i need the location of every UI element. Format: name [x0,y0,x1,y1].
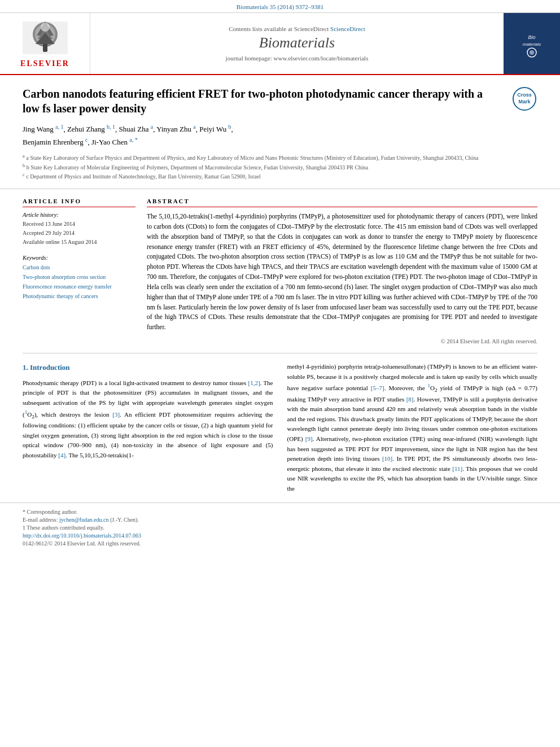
doi-line: http://dx.doi.org/10.1016/j.biomaterials… [23,532,537,539]
authors-line: Jing Wang a, 1, Zehui Zhang b, 1, Shuai … [23,123,537,148]
keyword-4: Photodynamic therapy of cancers [23,291,135,301]
svg-text:materials: materials [523,42,541,47]
elsevier-branding: ELSEVIER [20,19,71,68]
affiliations: a a State Key Laboratory of Surface Phys… [23,153,537,181]
history-label: Article history: [23,212,135,218]
issn-line: 0142-9612/© 2014 Elsevier Ltd. All right… [23,540,537,547]
keywords-list: Carbon dots Two-photon absorption cross … [23,263,135,301]
sciencedirect-link[interactable]: ScienceDirect [330,25,365,32]
elsevier-tree-icon [20,19,71,57]
keyword-2: Two-photon absorption cross section [23,272,135,282]
section-1-title: 1. Introduction [23,362,273,374]
body-text-area: 1. Introduction Photodynamic therapy (PD… [0,353,560,503]
copyright-line: © 2014 Elsevier Ltd. All rights reserved… [147,338,537,344]
doi-link[interactable]: http://dx.doi.org/10.1016/j.biomaterials… [23,532,141,539]
crossmark-icon: Cross Mark [512,86,537,112]
article-info-panel: ARTICLE INFO Article history: Received 1… [23,198,135,344]
footnotes-section: * Corresponding author. E-mail address: … [0,503,560,552]
journal-badge: Bio materials [504,13,560,74]
body-column-left: 1. Introduction Photodynamic therapy (PD… [23,362,273,494]
svg-point-13 [530,50,534,55]
elsevier-wordmark: ELSEVIER [20,59,69,68]
keyword-3: Fluorescence resonance energy transfer [23,282,135,291]
abstract-text: The 5,10,15,20-tetrakis(1-methyl 4-pyrid… [147,212,537,333]
sciencedirect-notice: Contents lists available at ScienceDirec… [229,25,365,32]
affiliation-b: b b State Key Laboratory of Molecular En… [23,163,537,172]
biomaterials-badge-text: Bio materials [509,23,554,64]
citation-text: Biomaterials 35 (2014) 9372–9381 [237,3,323,10]
svg-text:Bio: Bio [528,34,535,40]
affiliation-c: c c Department of Physics and Institute … [23,172,537,181]
svg-text:Cross: Cross [517,92,532,98]
keywords-label: Keywords: [23,255,135,261]
journal-header: ELSEVIER Contents lists available at Sci… [0,13,560,75]
publisher-logo: ELSEVIER [0,13,90,74]
svg-point-8 [41,23,50,32]
received-date: Received 13 June 2014 [23,220,135,229]
journal-citation: Biomaterials 35 (2014) 9372–9381 [0,0,560,13]
article-header: Carbon nanodots featuring efficient FRET… [0,75,560,189]
article-history: Article history: Received 13 June 2014 A… [23,212,135,247]
keyword-1: Carbon dots [23,263,135,272]
abstract-panel: ABSTRACT The 5,10,15,20-tetrakis(1-methy… [147,198,537,344]
body-col2-text: methyl 4-pyridinio) porphyrin tetra(p-to… [287,362,538,494]
body-col1-text: Photodynamic therapy (PDT) is a local li… [23,378,273,461]
content-area: ARTICLE INFO Article history: Received 1… [0,189,560,353]
email-note: E-mail address: jychen@fudan.edu.cn (J.-… [23,517,537,523]
available-date: Available online 15 August 2014 [23,238,135,247]
badge-icon: Bio materials [509,23,554,63]
accepted-date: Accepted 29 July 2014 [23,229,135,238]
svg-rect-7 [43,44,47,51]
email-link[interactable]: jychen@fudan.edu.cn [59,517,109,523]
equal-contribution-note: 1 These authors contributed equally. [23,525,537,531]
body-column-right: methyl 4-pyridinio) porphyrin tetra(p-to… [287,362,538,494]
article-info-heading: ARTICLE INFO [23,198,135,207]
affiliation-a: a a State Key Laboratory of Surface Phys… [23,153,537,162]
crossmark-badge: Cross Mark [512,86,537,114]
corresponding-author-note: * Corresponding author. [23,509,537,515]
abstract-heading: ABSTRACT [147,198,537,207]
journal-name: Biomaterials [259,34,335,51]
journal-homepage: journal homepage: www.elsevier.com/locat… [226,55,369,62]
keywords-section: Keywords: Carbon dots Two-photon absorpt… [23,255,135,301]
journal-info-center: Contents lists available at ScienceDirec… [90,13,504,74]
article-title: Carbon nanodots featuring efficient FRET… [23,86,485,116]
svg-text:Mark: Mark [518,99,531,104]
